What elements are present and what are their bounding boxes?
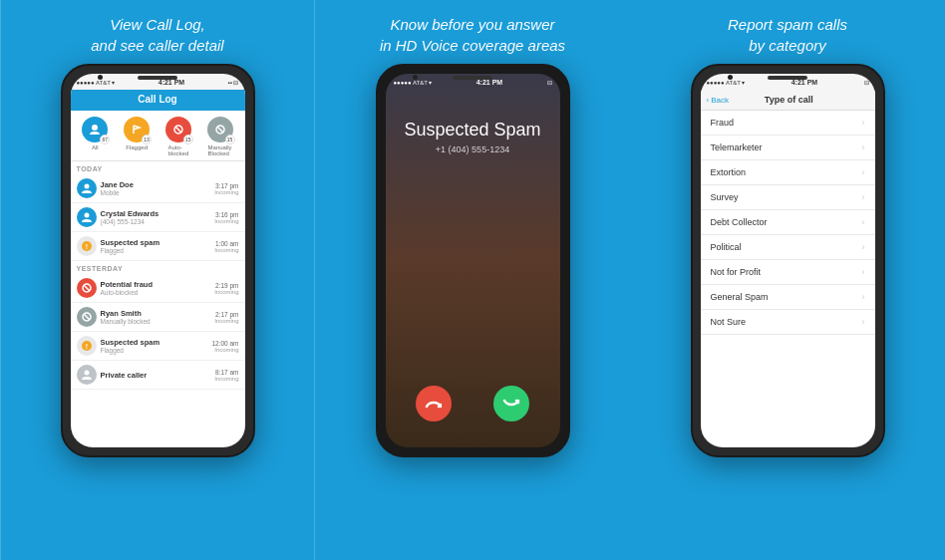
tab-auto-blocked[interactable]: 15 Auto-blocked bbox=[158, 117, 198, 156]
phone-camera-3 bbox=[728, 75, 733, 80]
call-log-header: Call Log bbox=[71, 90, 245, 111]
today-label: TODAY bbox=[71, 161, 245, 174]
call-row-spam-yest[interactable]: ! Suspected spam Flagged 12:00 am Incomi… bbox=[71, 332, 245, 361]
phone-call-log: ●●●●● AT&T ▾ 4:21 PM ▪▪ ⊟ Call Log 67 Al… bbox=[61, 64, 255, 457]
decline-button[interactable] bbox=[416, 386, 452, 421]
avatar-fraud bbox=[77, 278, 97, 298]
tab-manual-blocked[interactable]: 15 ManuallyBlocked bbox=[200, 117, 240, 156]
call-time-jane: 3:17 pm Incoming bbox=[214, 182, 238, 195]
chevron-general: › bbox=[862, 292, 865, 302]
tab-manual-label: ManuallyBlocked bbox=[208, 144, 232, 156]
type-row-fraud[interactable]: Fraud › bbox=[701, 111, 875, 136]
accept-button[interactable] bbox=[493, 386, 529, 421]
avatar-jane bbox=[77, 178, 97, 198]
phone-speaker-2 bbox=[453, 76, 492, 80]
section-incoming: Know before you answer in HD Voice cover… bbox=[315, 0, 630, 560]
tab-auto-label: Auto-blocked bbox=[168, 144, 189, 156]
caption-call-log: View Call Log, and see caller detail bbox=[71, 0, 243, 64]
type-screen: ‹ Back Type of call Fraud › Telemarketer… bbox=[701, 90, 875, 447]
incoming-call-screen: Suspected Spam +1 (404) 555-1234 bbox=[386, 90, 560, 447]
svg-text:!: ! bbox=[85, 243, 87, 250]
call-time-crystal: 3:16 pm Incoming bbox=[214, 211, 238, 224]
call-action-buttons bbox=[396, 386, 550, 421]
call-info-private: Private caller bbox=[101, 371, 211, 380]
chevron-political: › bbox=[862, 242, 865, 252]
tab-icons: 67 All 13 Flagged 15 bbox=[71, 111, 245, 161]
chevron-nonprofit: › bbox=[862, 267, 865, 277]
yesterday-label: YESTERDAY bbox=[71, 261, 245, 274]
type-header: ‹ Back Type of call bbox=[701, 90, 875, 111]
phone-camera-2 bbox=[413, 75, 418, 80]
type-row-debt[interactable]: Debt Collector › bbox=[701, 210, 875, 235]
chevron-telemarketer: › bbox=[862, 142, 865, 152]
call-info-fraud: Potential fraud Auto-blocked bbox=[101, 280, 211, 296]
call-info-crystal: Crystal Edwards (404) 555-1234 bbox=[101, 209, 211, 225]
chevron-survey: › bbox=[862, 192, 865, 202]
avatar-crystal bbox=[77, 207, 97, 227]
avatar-spam2: ! bbox=[77, 336, 97, 356]
type-row-telemarketer[interactable]: Telemarketer › bbox=[701, 136, 875, 160]
call-time-spam: 1:00 am Incoming bbox=[214, 240, 238, 253]
tab-flagged[interactable]: 13 Flagged bbox=[117, 117, 157, 156]
type-row-political[interactable]: Political › bbox=[701, 235, 875, 260]
type-row-extortion[interactable]: Extortion › bbox=[701, 160, 875, 185]
avatar-private bbox=[77, 365, 97, 385]
signal-1: ●●●●● AT&T ▾ bbox=[77, 79, 116, 86]
battery-2: ⊟ bbox=[547, 79, 552, 86]
type-row-general[interactable]: General Spam › bbox=[701, 285, 875, 310]
call-time-spam2: 12:00 am Incoming bbox=[211, 340, 238, 353]
svg-point-15 bbox=[84, 371, 89, 376]
tab-flagged-circle: 13 bbox=[124, 117, 150, 142]
tab-auto-blocked-circle: 15 bbox=[165, 117, 191, 142]
svg-text:!: ! bbox=[85, 343, 87, 350]
avatar-ryan bbox=[77, 307, 97, 327]
phone-screen-type: ●●●●● AT&T ▾ 4:21 PM ⊟ ‹ Back Type of ca… bbox=[701, 74, 875, 447]
battery-3: ⊟ bbox=[864, 79, 869, 86]
tab-manual-count: 15 bbox=[225, 135, 235, 144]
caller-info: Suspected Spam +1 (404) 555-1234 bbox=[404, 120, 540, 154]
call-row-ryan[interactable]: Ryan Smith Manually blocked 2:17 pm Inco… bbox=[71, 303, 245, 332]
chevron-debt: › bbox=[862, 217, 865, 227]
svg-line-2 bbox=[175, 127, 181, 133]
battery-1: ▪▪ ⊟ bbox=[228, 79, 239, 86]
call-info-ryan: Ryan Smith Manually blocked bbox=[101, 309, 211, 325]
caption-type: Report spam calls by category bbox=[708, 0, 867, 64]
signal-3: ●●●●● AT&T ▾ bbox=[707, 79, 746, 86]
svg-point-6 bbox=[84, 213, 89, 218]
section-type-of-call: Report spam calls by category ●●●●● AT&T… bbox=[630, 0, 945, 560]
chevron-extortion: › bbox=[862, 167, 865, 177]
tab-all-count: 67 bbox=[100, 135, 110, 144]
svg-line-17 bbox=[516, 401, 518, 403]
call-time-private: 8:17 am Incoming bbox=[214, 369, 238, 382]
svg-line-4 bbox=[217, 127, 223, 133]
phone-speaker-3 bbox=[768, 76, 807, 80]
type-row-nonprofit[interactable]: Not for Profit › bbox=[701, 260, 875, 285]
phone-screen-incoming: ●●●●● AT&T ▾ 4:21 PM ⊟ Suspected Spam +1… bbox=[386, 74, 560, 447]
svg-line-12 bbox=[84, 314, 90, 320]
call-row-crystal[interactable]: Crystal Edwards (404) 555-1234 3:16 pm I… bbox=[71, 203, 245, 232]
type-row-survey[interactable]: Survey › bbox=[701, 185, 875, 210]
svg-point-5 bbox=[84, 184, 89, 189]
phone-speaker bbox=[138, 76, 177, 80]
phone-camera bbox=[98, 75, 103, 80]
call-row-jane[interactable]: Jane Doe Mobile 3:17 pm Incoming bbox=[71, 174, 245, 203]
svg-point-0 bbox=[92, 125, 98, 131]
svg-line-16 bbox=[439, 405, 441, 407]
call-info-spam-yest: Suspected spam Flagged bbox=[101, 338, 208, 354]
call-row-fraud[interactable]: Potential fraud Auto-blocked 2:19 pm Inc… bbox=[71, 274, 245, 303]
caption-incoming: Know before you answer in HD Voice cover… bbox=[360, 0, 585, 64]
call-time-fraud: 2:19 pm Incoming bbox=[214, 282, 238, 295]
back-button[interactable]: ‹ Back bbox=[707, 96, 729, 105]
call-row-spam-today[interactable]: ! Suspected spam Flagged 1:00 am Incomin… bbox=[71, 232, 245, 261]
svg-line-10 bbox=[84, 285, 90, 291]
screen-call-log: Call Log 67 All 13 bbox=[71, 90, 245, 447]
tab-auto-count: 15 bbox=[183, 135, 193, 144]
phone-screen-call-log: ●●●●● AT&T ▾ 4:21 PM ▪▪ ⊟ Call Log 67 Al… bbox=[71, 74, 245, 447]
phone-incoming: ●●●●● AT&T ▾ 4:21 PM ⊟ Suspected Spam +1… bbox=[376, 64, 570, 457]
tab-manual-circle: 15 bbox=[207, 117, 233, 142]
call-info-spam-today: Suspected spam Flagged bbox=[101, 238, 211, 254]
type-row-notsure[interactable]: Not Sure › bbox=[701, 310, 875, 335]
section-call-log: View Call Log, and see caller detail ●●●… bbox=[0, 0, 315, 560]
tab-all[interactable]: 67 All bbox=[75, 117, 115, 156]
call-row-private[interactable]: Private caller 8:17 am Incoming bbox=[71, 361, 245, 390]
